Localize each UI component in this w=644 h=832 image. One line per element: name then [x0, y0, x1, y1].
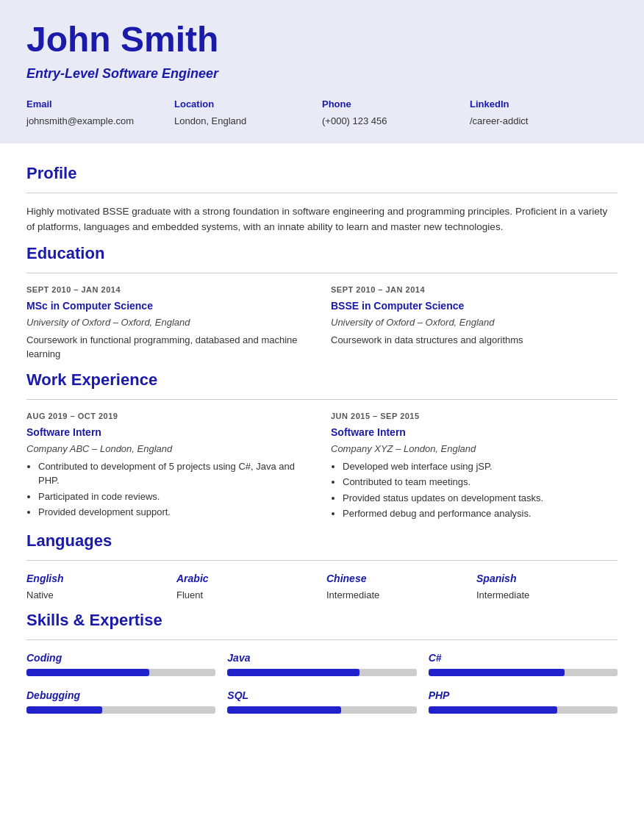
candidate-name: John Smith	[26, 21, 618, 60]
language-item-0: English Native	[26, 571, 168, 603]
work-title-1: Software Intern	[331, 425, 618, 440]
lang-name-1: Arabic	[176, 571, 318, 587]
languages-section: Languages English Native Arabic Fluent C…	[26, 528, 618, 603]
edu-date-0: SEPT 2010 – JAN 2014	[26, 284, 313, 296]
lang-level-3: Intermediate	[476, 588, 618, 603]
location-value: London, England	[174, 114, 322, 129]
education-title: Education	[26, 241, 618, 265]
skills-title: Skills & Expertise	[26, 608, 618, 632]
work-bullet: Contributed to team meetings.	[343, 475, 618, 489]
profile-title: Profile	[26, 161, 618, 185]
main-content: Profile Highly motivated BSSE graduate w…	[0, 143, 644, 738]
skill-bar-fill-0	[26, 669, 149, 676]
skill-item-1: Debugging	[26, 688, 215, 714]
work-company-1: Company XYZ – London, England	[331, 442, 618, 456]
contact-linkedin-col: LinkedIn /career-addict	[470, 97, 618, 129]
work-date-0: AUG 2019 – OCT 2019	[26, 410, 313, 423]
skill-bar-bg-3	[227, 706, 416, 714]
work-bullets-0: Contributed to development of 5 projects…	[26, 459, 313, 520]
work-bullet: Contributed to development of 5 projects…	[38, 459, 313, 488]
languages-grid: English Native Arabic Fluent Chinese Int…	[26, 571, 618, 603]
lang-level-2: Intermediate	[326, 588, 468, 603]
skill-bar-bg-4	[429, 669, 618, 676]
skill-name-0: Coding	[26, 650, 215, 666]
education-grid: SEPT 2010 – JAN 2014 MSc in Computer Sci…	[26, 284, 618, 362]
edu-institution-0: University of Oxford – Oxford, England	[26, 315, 313, 330]
skill-item-5: PHP	[429, 688, 618, 714]
lang-name-3: Spanish	[476, 571, 618, 587]
lang-level-0: Native	[26, 588, 168, 603]
skills-divider	[26, 639, 618, 640]
profile-section: Profile Highly motivated BSSE graduate w…	[26, 161, 618, 235]
work-bullets-1: Developed web interface using jSP.Contri…	[331, 459, 618, 521]
skills-section: Skills & Expertise Coding Java C# Debugg…	[26, 608, 618, 714]
contact-phone-col: Phone (+000) 123 456	[322, 97, 470, 129]
contact-row: Email johnsmith@example.com Location Lon…	[26, 97, 618, 129]
contact-location-col: Location London, England	[174, 97, 322, 129]
work-company-0: Company ABC – London, England	[26, 442, 313, 456]
skill-bar-fill-2	[227, 669, 359, 676]
skill-item-4: C#	[429, 650, 618, 676]
skill-item-0: Coding	[26, 650, 215, 676]
skills-grid: Coding Java C# Debugging SQL PHP	[26, 650, 618, 714]
skill-bar-fill-5	[429, 706, 557, 714]
edu-date-1: SEPT 2010 – JAN 2014	[331, 284, 618, 296]
skill-name-1: Debugging	[26, 688, 215, 703]
work-bullet: Developed web interface using jSP.	[343, 459, 618, 474]
work-bullet: Provided status updates on development t…	[343, 491, 618, 506]
work-date-1: JUN 2015 – SEP 2015	[331, 410, 618, 423]
education-section: Education SEPT 2010 – JAN 2014 MSc in Co…	[26, 241, 618, 362]
location-label: Location	[174, 97, 322, 112]
work-title: Work Experience	[26, 367, 618, 392]
language-item-3: Spanish Intermediate	[476, 571, 618, 603]
edu-degree-0: MSc in Computer Science	[26, 298, 313, 314]
lang-name-0: English	[26, 571, 168, 587]
skill-item-3: SQL	[227, 688, 416, 714]
linkedin-value: /career-addict	[470, 114, 618, 129]
lang-name-2: Chinese	[326, 571, 468, 587]
phone-label: Phone	[322, 97, 470, 112]
linkedin-label: LinkedIn	[470, 97, 618, 112]
edu-desc-1: Coursework in data structures and algori…	[331, 333, 618, 348]
profile-text: Highly motivated BSSE graduate with a st…	[26, 204, 618, 235]
phone-value: (+000) 123 456	[322, 114, 470, 129]
work-title-0: Software Intern	[26, 425, 313, 440]
work-section: Work Experience AUG 2019 – OCT 2019 Soft…	[26, 367, 618, 523]
work-bullet: Participated in code reviews.	[38, 489, 313, 504]
languages-title: Languages	[26, 528, 618, 553]
skill-bar-bg-5	[429, 706, 618, 714]
work-grid: AUG 2019 – OCT 2019 Software Intern Comp…	[26, 410, 618, 523]
candidate-title: Entry-Level Software Engineer	[26, 64, 618, 84]
skill-bar-bg-1	[26, 706, 215, 714]
skill-name-3: SQL	[227, 688, 416, 703]
education-item-0: SEPT 2010 – JAN 2014 MSc in Computer Sci…	[26, 284, 313, 362]
language-item-2: Chinese Intermediate	[326, 571, 468, 603]
skill-bar-bg-2	[227, 669, 416, 676]
header: John Smith Entry-Level Software Engineer…	[0, 0, 644, 143]
skill-bar-fill-3	[227, 706, 340, 714]
skill-name-2: Java	[227, 650, 416, 666]
language-item-1: Arabic Fluent	[176, 571, 318, 603]
skill-bar-bg-0	[26, 669, 215, 676]
education-divider	[26, 273, 618, 273]
education-item-1: SEPT 2010 – JAN 2014 BSSE in Computer Sc…	[331, 284, 618, 362]
edu-degree-1: BSSE in Computer Science	[331, 298, 618, 314]
contact-email-col: Email johnsmith@example.com	[26, 97, 174, 129]
work-bullet: Provided development support.	[38, 505, 313, 520]
skill-name-5: PHP	[429, 688, 618, 703]
work-item-1: JUN 2015 – SEP 2015 Software Intern Comp…	[331, 410, 618, 523]
skill-item-2: Java	[227, 650, 416, 676]
skill-bar-fill-4	[429, 669, 565, 676]
email-label: Email	[26, 97, 174, 112]
edu-institution-1: University of Oxford – Oxford, England	[331, 315, 618, 330]
work-item-0: AUG 2019 – OCT 2019 Software Intern Comp…	[26, 410, 313, 523]
email-value: johnsmith@example.com	[26, 114, 174, 129]
work-divider	[26, 399, 618, 400]
languages-divider	[26, 560, 618, 561]
work-bullet: Performed debug and performance analysis…	[343, 506, 618, 521]
lang-level-1: Fluent	[176, 588, 318, 603]
profile-divider	[26, 193, 618, 193]
skill-name-4: C#	[429, 650, 618, 666]
edu-desc-0: Coursework in functional programming, da…	[26, 333, 313, 362]
skill-bar-fill-1	[26, 706, 102, 714]
